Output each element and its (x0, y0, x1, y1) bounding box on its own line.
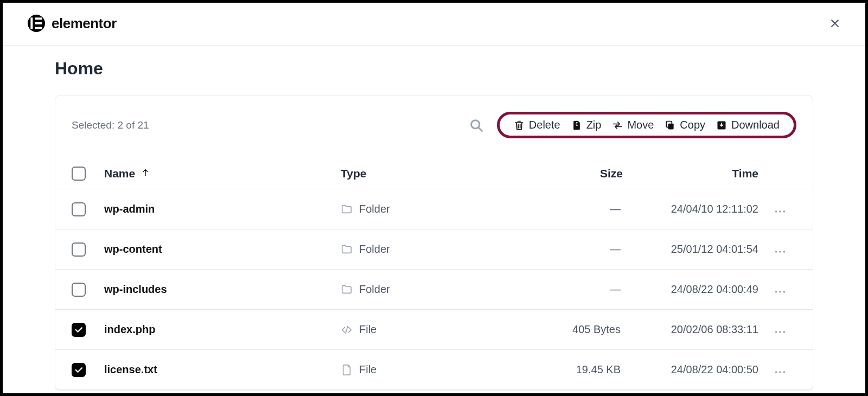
zip-button[interactable]: Zip (571, 119, 602, 131)
search-button[interactable] (467, 116, 486, 135)
zip-label: Zip (586, 119, 602, 131)
svg-point-20 (779, 331, 781, 333)
svg-rect-5 (576, 122, 578, 123)
row-checkbox[interactable] (72, 363, 86, 377)
svg-rect-6 (576, 123, 577, 124)
close-button[interactable] (824, 12, 846, 34)
file-size: — (482, 203, 623, 215)
column-header-name[interactable]: Name (104, 167, 341, 180)
file-icon (341, 364, 353, 376)
svg-point-13 (775, 251, 777, 253)
folder-icon (341, 203, 353, 215)
svg-rect-8 (668, 123, 674, 129)
table-row[interactable]: wp-contentFolder—25/01/12 04:01:54 (55, 229, 813, 270)
trash-icon (514, 120, 525, 131)
delete-label: Delete (529, 119, 560, 131)
file-manager-panel: Selected: 2 of 21 Delete Zip (55, 95, 813, 391)
row-more-button[interactable] (764, 363, 796, 377)
copy-label: Copy (680, 119, 705, 131)
file-name[interactable]: license.txt (104, 363, 341, 376)
file-type: File (341, 323, 482, 336)
code-icon (341, 324, 353, 336)
table-row[interactable]: wp-includesFolder—24/08/22 04:00:49 (55, 270, 813, 310)
page-title: Home (55, 59, 813, 79)
file-table: Name Type Size Time wp-adminFolder—24/04… (55, 158, 813, 390)
file-type: File (341, 363, 482, 376)
move-button[interactable]: Move (612, 119, 654, 131)
zip-icon (571, 120, 582, 131)
top-bar: elementor (3, 3, 865, 46)
svg-rect-7 (576, 125, 578, 126)
file-size: — (482, 283, 623, 296)
svg-point-22 (775, 371, 777, 373)
row-more-button[interactable] (764, 242, 796, 257)
row-more-button[interactable] (764, 283, 796, 297)
select-all-checkbox[interactable] (72, 167, 86, 181)
file-name[interactable]: wp-content (104, 243, 341, 256)
table-row[interactable]: wp-adminFolder—24/04/10 12:11:02 (55, 189, 813, 229)
file-time: 24/04/10 12:11:02 (623, 203, 764, 215)
row-checkbox[interactable] (72, 202, 86, 216)
svg-point-14 (779, 251, 781, 253)
svg-point-16 (775, 291, 777, 293)
table-row[interactable]: license.txtFile19.45 KB24/08/22 04:00:50 (55, 350, 813, 390)
copy-icon (665, 120, 675, 131)
table-header-row: Name Type Size Time (55, 158, 813, 189)
svg-point-19 (775, 331, 777, 333)
column-header-time[interactable]: Time (623, 167, 764, 180)
row-checkbox[interactable] (72, 283, 86, 297)
sort-asc-icon (141, 167, 150, 180)
download-icon (716, 120, 727, 131)
svg-point-24 (783, 371, 786, 373)
column-header-size[interactable]: Size (482, 167, 623, 180)
svg-rect-3 (35, 27, 42, 29)
search-icon (469, 118, 484, 133)
svg-point-11 (779, 210, 781, 213)
svg-point-21 (783, 331, 786, 333)
copy-button[interactable]: Copy (665, 119, 705, 131)
selection-status: Selected: 2 of 21 (72, 119, 149, 131)
row-checkbox[interactable] (72, 323, 86, 337)
row-more-button[interactable] (764, 202, 796, 216)
table-row[interactable]: index.phpFile405 Bytes20/02/06 08:33:11 (55, 310, 813, 350)
delete-button[interactable]: Delete (514, 119, 560, 131)
bulk-actions-highlight: Delete Zip Move Copy (497, 112, 796, 138)
file-size: 405 Bytes (482, 323, 623, 336)
file-time: 24/08/22 04:00:50 (623, 363, 764, 376)
column-header-type[interactable]: Type (341, 167, 482, 180)
file-name[interactable]: wp-includes (104, 283, 341, 296)
svg-point-10 (775, 210, 777, 213)
folder-icon (341, 284, 353, 296)
svg-point-18 (783, 291, 786, 293)
move-label: Move (627, 119, 654, 131)
file-size: 19.45 KB (482, 363, 623, 376)
file-time: 24/08/22 04:00:49 (623, 283, 764, 296)
brand-logo-icon (28, 15, 45, 32)
svg-rect-1 (35, 17, 42, 20)
row-more-button[interactable] (764, 323, 796, 337)
svg-point-15 (783, 251, 786, 253)
panel-header: Selected: 2 of 21 Delete Zip (55, 95, 813, 155)
folder-icon (341, 244, 353, 256)
name-header-label: Name (104, 167, 135, 180)
file-type: Folder (341, 203, 482, 215)
file-name[interactable]: index.php (104, 323, 341, 336)
svg-point-4 (471, 120, 479, 128)
svg-rect-0 (30, 17, 33, 29)
row-checkbox[interactable] (72, 242, 86, 257)
svg-point-17 (779, 291, 781, 293)
file-size: — (482, 243, 623, 256)
file-type: Folder (341, 283, 482, 296)
move-icon (612, 120, 623, 131)
svg-rect-2 (35, 22, 42, 24)
brand: elementor (28, 15, 117, 32)
close-icon (829, 18, 840, 29)
svg-point-12 (783, 210, 786, 213)
file-time: 20/02/06 08:33:11 (623, 323, 764, 336)
file-name[interactable]: wp-admin (104, 203, 341, 215)
svg-point-23 (779, 371, 781, 373)
file-time: 25/01/12 04:01:54 (623, 243, 764, 256)
download-label: Download (731, 119, 780, 131)
brand-name: elementor (52, 15, 117, 32)
download-button[interactable]: Download (716, 119, 780, 131)
